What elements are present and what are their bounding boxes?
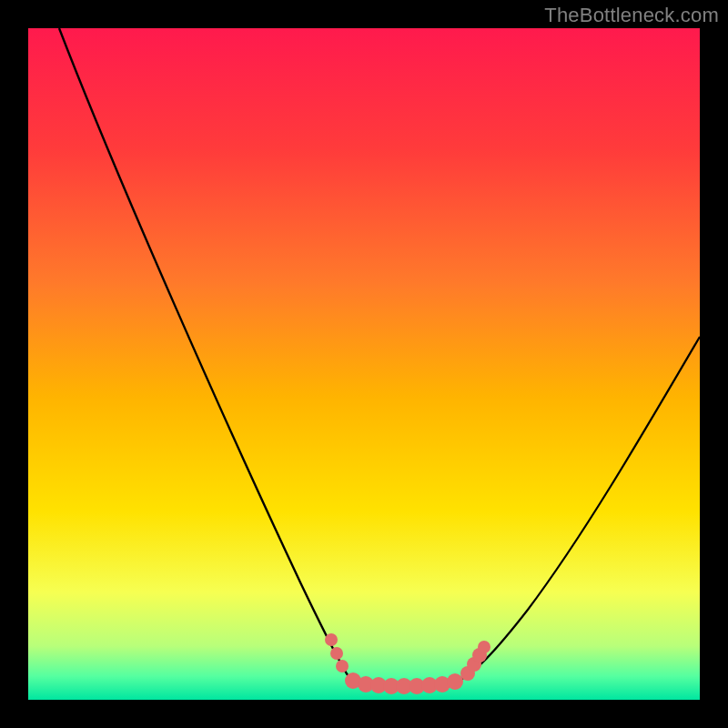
plot-background	[28, 28, 700, 700]
marker-dot	[447, 673, 463, 690]
watermark-text: TheBottleneck.com	[544, 4, 719, 27]
marker-dot	[325, 633, 338, 646]
marker-dot	[478, 641, 490, 653]
marker-dot	[330, 647, 343, 660]
chart-svg	[0, 0, 728, 728]
chart-frame: { "watermark": "TheBottleneck.com", "cha…	[0, 0, 728, 728]
marker-dot	[336, 660, 349, 672]
